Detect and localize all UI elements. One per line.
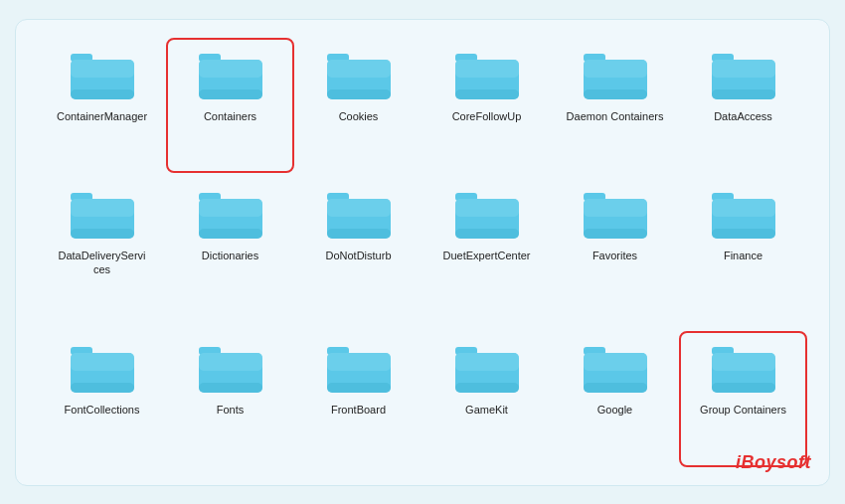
- svg-rect-10: [327, 60, 391, 78]
- svg-rect-3: [71, 89, 134, 99]
- folder-icon-front-board: [325, 339, 393, 397]
- svg-rect-23: [712, 89, 775, 99]
- folder-icon-favorites: [582, 185, 649, 243]
- folder-item-front-board[interactable]: FrontBoard: [296, 333, 421, 465]
- folder-icon-cookies: [325, 46, 393, 103]
- folder-icon-core-follow-up: [453, 46, 521, 103]
- watermark-suffix: Boysoft: [742, 452, 812, 472]
- folder-label-daemon-containers: Daemon Containers: [567, 109, 664, 123]
- folder-item-data-access[interactable]: DataAccess: [681, 40, 805, 172]
- folder-label-group-containers: Group Containers: [700, 403, 786, 417]
- folder-label-fonts: Fonts: [217, 403, 245, 417]
- svg-rect-47: [712, 229, 775, 239]
- svg-rect-42: [584, 199, 647, 217]
- folder-item-core-follow-up[interactable]: CoreFollowUp: [424, 40, 549, 172]
- folder-icon-game-kit: [453, 339, 521, 397]
- folder-icon-daemon-containers: [582, 46, 649, 103]
- svg-rect-62: [455, 353, 519, 371]
- folder-item-daemon-containers[interactable]: Daemon Containers: [553, 40, 677, 172]
- svg-rect-70: [712, 353, 775, 371]
- svg-rect-34: [327, 199, 391, 217]
- folder-icon-google: [582, 339, 649, 397]
- folder-item-game-kit[interactable]: GameKit: [424, 333, 549, 465]
- folder-item-cookies[interactable]: Cookies: [296, 40, 421, 172]
- folder-icon-duet-expert-center: [453, 185, 521, 243]
- svg-rect-39: [455, 229, 519, 239]
- svg-rect-38: [455, 199, 519, 217]
- folder-label-favorites: Favorites: [592, 249, 637, 262]
- file-browser: ContainerManager Containers Cookies: [15, 19, 830, 486]
- folder-item-finance[interactable]: Finance: [681, 179, 805, 325]
- watermark: iBoysoft: [736, 452, 811, 473]
- svg-rect-27: [71, 229, 134, 239]
- folder-icon-data-delivery-services: [69, 185, 136, 243]
- folder-item-do-not-disturb[interactable]: DoNotDisturb: [296, 179, 421, 325]
- svg-rect-50: [71, 353, 134, 371]
- svg-rect-7: [199, 89, 262, 99]
- svg-rect-59: [327, 383, 391, 393]
- folder-label-game-kit: GameKit: [465, 403, 508, 417]
- svg-rect-31: [199, 229, 262, 239]
- folder-label-do-not-disturb: DoNotDisturb: [325, 249, 391, 262]
- folder-icon-do-not-disturb: [325, 185, 393, 243]
- svg-rect-22: [712, 60, 775, 78]
- folder-label-front-board: FrontBoard: [331, 403, 386, 417]
- folder-icon-fonts: [197, 339, 264, 397]
- folder-item-font-collections[interactable]: FontCollections: [40, 333, 164, 465]
- folder-label-font-collections: FontCollections: [65, 403, 140, 417]
- svg-rect-19: [584, 89, 647, 99]
- svg-rect-18: [584, 60, 647, 78]
- svg-rect-66: [584, 353, 647, 371]
- svg-rect-54: [199, 353, 262, 371]
- svg-rect-30: [199, 199, 262, 217]
- folder-item-containers[interactable]: Containers: [168, 40, 292, 172]
- folder-item-fonts[interactable]: Fonts: [168, 333, 292, 465]
- svg-rect-51: [71, 383, 134, 393]
- folder-label-cookies: Cookies: [339, 109, 379, 123]
- folder-label-containers: Containers: [204, 109, 256, 123]
- svg-rect-55: [199, 383, 262, 393]
- folder-label-google: Google: [597, 403, 632, 417]
- folder-item-group-containers[interactable]: Group Containers: [681, 333, 805, 465]
- svg-rect-63: [455, 383, 519, 393]
- svg-rect-67: [584, 383, 647, 393]
- folder-label-data-access: DataAccess: [714, 109, 772, 123]
- folder-label-duet-expert-center: DuetExpertCenter: [442, 249, 530, 262]
- svg-rect-11: [327, 89, 391, 99]
- folder-item-favorites[interactable]: Favorites: [553, 179, 677, 325]
- folder-label-data-delivery-services: DataDeliveryServi ces: [53, 249, 152, 277]
- svg-rect-71: [712, 383, 775, 393]
- folder-icon-finance: [710, 185, 777, 243]
- folder-label-finance: Finance: [724, 249, 762, 262]
- folder-item-duet-expert-center[interactable]: DuetExpertCenter: [424, 179, 549, 325]
- svg-rect-2: [71, 60, 134, 78]
- svg-rect-58: [327, 353, 391, 371]
- folder-item-data-delivery-services[interactable]: DataDeliveryServi ces: [40, 179, 164, 325]
- folder-icon-group-containers: [710, 339, 777, 397]
- svg-rect-6: [199, 60, 262, 78]
- svg-rect-14: [455, 60, 519, 78]
- folder-label-container-manager: ContainerManager: [57, 109, 147, 123]
- folder-item-dictionaries[interactable]: Dictionaries: [168, 179, 292, 325]
- svg-rect-46: [712, 199, 775, 217]
- folder-icon-data-access: [710, 46, 777, 103]
- svg-rect-15: [455, 89, 519, 99]
- folder-label-core-follow-up: CoreFollowUp: [452, 109, 522, 123]
- svg-rect-26: [71, 199, 134, 217]
- folder-label-dictionaries: Dictionaries: [202, 249, 258, 262]
- folder-icon-container-manager: [69, 46, 136, 103]
- folder-icon-dictionaries: [197, 185, 264, 243]
- folder-icon-containers: [197, 46, 264, 103]
- svg-rect-43: [584, 229, 647, 239]
- folder-grid: ContainerManager Containers Cookies: [40, 40, 805, 465]
- folder-item-google[interactable]: Google: [553, 333, 677, 465]
- folder-item-container-manager[interactable]: ContainerManager: [40, 40, 164, 172]
- svg-rect-35: [327, 229, 391, 239]
- folder-icon-font-collections: [69, 339, 136, 397]
